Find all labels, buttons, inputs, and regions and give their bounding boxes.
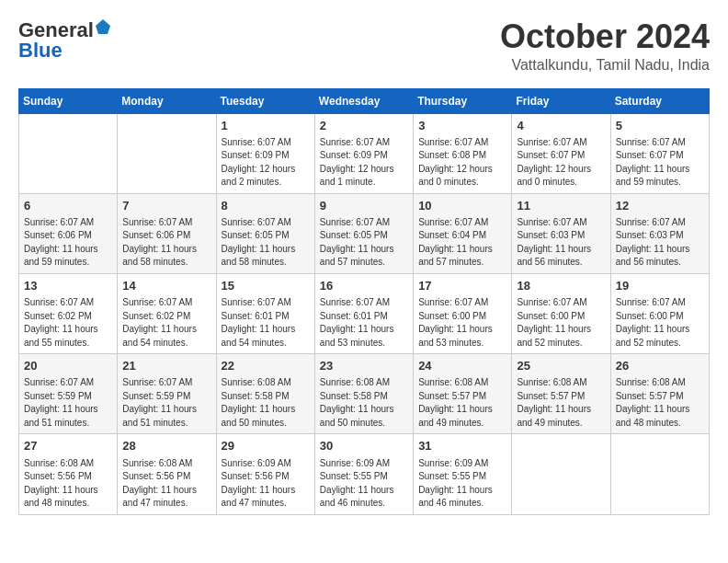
day-info: Sunrise: 6:08 AM Sunset: 5:57 PM Dayligh…: [616, 376, 704, 430]
calendar-cell: 20Sunrise: 6:07 AM Sunset: 5:59 PM Dayli…: [19, 354, 118, 434]
day-info: Sunrise: 6:09 AM Sunset: 5:55 PM Dayligh…: [418, 457, 506, 511]
day-info: Sunrise: 6:07 AM Sunset: 6:04 PM Dayligh…: [418, 216, 506, 270]
calendar-header-row: SundayMondayTuesdayWednesdayThursdayFrid…: [19, 88, 710, 113]
day-info: Sunrise: 6:07 AM Sunset: 6:05 PM Dayligh…: [222, 216, 310, 270]
calendar-cell: 5Sunrise: 6:07 AM Sunset: 6:07 PM Daylig…: [610, 113, 709, 193]
calendar-cell: [19, 113, 118, 193]
calendar-cell: 27Sunrise: 6:08 AM Sunset: 5:56 PM Dayli…: [19, 434, 118, 514]
calendar-cell: [610, 434, 709, 514]
day-number: 23: [320, 358, 408, 374]
day-info: Sunrise: 6:09 AM Sunset: 5:55 PM Dayligh…: [320, 457, 408, 511]
month-title: October 2024: [500, 18, 710, 55]
calendar-cell: 11Sunrise: 6:07 AM Sunset: 6:03 PM Dayli…: [512, 193, 610, 273]
calendar-week-row: 6Sunrise: 6:07 AM Sunset: 6:06 PM Daylig…: [19, 193, 710, 273]
day-info: Sunrise: 6:08 AM Sunset: 5:57 PM Dayligh…: [418, 376, 506, 430]
calendar-cell: 29Sunrise: 6:09 AM Sunset: 5:56 PM Dayli…: [216, 434, 314, 514]
calendar-cell: 18Sunrise: 6:07 AM Sunset: 6:00 PM Dayli…: [512, 273, 610, 353]
calendar-week-row: 1Sunrise: 6:07 AM Sunset: 6:09 PM Daylig…: [19, 113, 710, 193]
page-header: General Blue October 2024 Vattalkundu, T…: [18, 18, 710, 74]
calendar-cell: 2Sunrise: 6:07 AM Sunset: 6:09 PM Daylig…: [314, 113, 413, 193]
calendar-cell: 31Sunrise: 6:09 AM Sunset: 5:55 PM Dayli…: [414, 434, 512, 514]
day-info: Sunrise: 6:07 AM Sunset: 6:05 PM Dayligh…: [320, 216, 408, 270]
header-saturday: Saturday: [610, 88, 709, 113]
day-number: 20: [24, 358, 112, 374]
day-info: Sunrise: 6:07 AM Sunset: 6:07 PM Dayligh…: [517, 136, 605, 190]
day-number: 21: [122, 358, 210, 374]
calendar-cell: [118, 113, 216, 193]
day-info: Sunrise: 6:08 AM Sunset: 5:56 PM Dayligh…: [122, 457, 210, 511]
day-number: 5: [616, 118, 704, 134]
day-number: 6: [24, 198, 112, 214]
header-wednesday: Wednesday: [314, 88, 413, 113]
header-friday: Friday: [512, 88, 610, 113]
day-number: 27: [24, 438, 112, 454]
calendar-week-row: 27Sunrise: 6:08 AM Sunset: 5:56 PM Dayli…: [19, 434, 710, 514]
calendar-cell: 3Sunrise: 6:07 AM Sunset: 6:08 PM Daylig…: [414, 113, 512, 193]
header-thursday: Thursday: [414, 88, 512, 113]
day-number: 1: [222, 118, 310, 134]
day-info: Sunrise: 6:07 AM Sunset: 6:02 PM Dayligh…: [24, 296, 112, 350]
calendar-cell: 8Sunrise: 6:07 AM Sunset: 6:05 PM Daylig…: [216, 193, 314, 273]
day-info: Sunrise: 6:07 AM Sunset: 6:02 PM Dayligh…: [122, 296, 210, 350]
day-info: Sunrise: 6:07 AM Sunset: 6:03 PM Dayligh…: [517, 216, 605, 270]
calendar-cell: 4Sunrise: 6:07 AM Sunset: 6:07 PM Daylig…: [512, 113, 610, 193]
day-info: Sunrise: 6:07 AM Sunset: 6:09 PM Dayligh…: [320, 136, 408, 190]
day-number: 10: [418, 198, 506, 214]
day-number: 26: [616, 358, 704, 374]
day-number: 8: [222, 198, 310, 214]
calendar-cell: 25Sunrise: 6:08 AM Sunset: 5:57 PM Dayli…: [512, 354, 610, 434]
day-info: Sunrise: 6:07 AM Sunset: 6:07 PM Dayligh…: [616, 136, 704, 190]
day-number: 17: [418, 278, 506, 294]
day-info: Sunrise: 6:07 AM Sunset: 6:09 PM Dayligh…: [222, 136, 310, 190]
header-sunday: Sunday: [19, 88, 118, 113]
calendar-cell: 15Sunrise: 6:07 AM Sunset: 6:01 PM Dayli…: [216, 273, 314, 353]
calendar-cell: 30Sunrise: 6:09 AM Sunset: 5:55 PM Dayli…: [314, 434, 413, 514]
day-number: 13: [24, 278, 112, 294]
day-info: Sunrise: 6:07 AM Sunset: 6:08 PM Dayligh…: [418, 136, 506, 190]
day-number: 29: [222, 438, 310, 454]
day-number: 7: [122, 198, 210, 214]
calendar-cell: 1Sunrise: 6:07 AM Sunset: 6:09 PM Daylig…: [216, 113, 314, 193]
day-info: Sunrise: 6:07 AM Sunset: 6:00 PM Dayligh…: [616, 296, 704, 350]
day-number: 14: [122, 278, 210, 294]
title-section: October 2024 Vattalkundu, Tamil Nadu, In…: [500, 18, 710, 74]
logo-text-blue: Blue: [18, 39, 63, 63]
day-number: 11: [517, 198, 605, 214]
day-number: 25: [517, 358, 605, 374]
day-number: 22: [222, 358, 310, 374]
calendar-cell: 17Sunrise: 6:07 AM Sunset: 6:00 PM Dayli…: [414, 273, 512, 353]
calendar-cell: 10Sunrise: 6:07 AM Sunset: 6:04 PM Dayli…: [414, 193, 512, 273]
day-info: Sunrise: 6:07 AM Sunset: 6:01 PM Dayligh…: [222, 296, 310, 350]
day-number: 15: [222, 278, 310, 294]
calendar-cell: 16Sunrise: 6:07 AM Sunset: 6:01 PM Dayli…: [314, 273, 413, 353]
day-number: 30: [320, 438, 408, 454]
day-info: Sunrise: 6:07 AM Sunset: 6:03 PM Dayligh…: [616, 216, 704, 270]
day-info: Sunrise: 6:08 AM Sunset: 5:57 PM Dayligh…: [517, 376, 605, 430]
day-number: 28: [122, 438, 210, 454]
calendar-cell: 6Sunrise: 6:07 AM Sunset: 6:06 PM Daylig…: [19, 193, 118, 273]
day-info: Sunrise: 6:08 AM Sunset: 5:58 PM Dayligh…: [222, 376, 310, 430]
day-number: 31: [418, 438, 506, 454]
calendar-cell: 9Sunrise: 6:07 AM Sunset: 6:05 PM Daylig…: [314, 193, 413, 273]
day-info: Sunrise: 6:07 AM Sunset: 6:06 PM Dayligh…: [122, 216, 210, 270]
day-number: 24: [418, 358, 506, 374]
day-info: Sunrise: 6:07 AM Sunset: 6:00 PM Dayligh…: [517, 296, 605, 350]
day-number: 12: [616, 198, 704, 214]
svg-marker-0: [96, 19, 110, 34]
location: Vattalkundu, Tamil Nadu, India: [500, 57, 710, 74]
day-number: 19: [616, 278, 704, 294]
day-number: 4: [517, 118, 605, 134]
calendar-cell: 26Sunrise: 6:08 AM Sunset: 5:57 PM Dayli…: [610, 354, 709, 434]
day-info: Sunrise: 6:08 AM Sunset: 5:58 PM Dayligh…: [320, 376, 408, 430]
day-number: 9: [320, 198, 408, 214]
calendar-cell: 28Sunrise: 6:08 AM Sunset: 5:56 PM Dayli…: [118, 434, 216, 514]
day-info: Sunrise: 6:07 AM Sunset: 5:59 PM Dayligh…: [24, 376, 112, 430]
logo: General Blue: [18, 18, 111, 63]
day-info: Sunrise: 6:07 AM Sunset: 6:01 PM Dayligh…: [320, 296, 408, 350]
calendar-cell: 19Sunrise: 6:07 AM Sunset: 6:00 PM Dayli…: [610, 273, 709, 353]
day-number: 3: [418, 118, 506, 134]
calendar-cell: 12Sunrise: 6:07 AM Sunset: 6:03 PM Dayli…: [610, 193, 709, 273]
calendar-cell: 21Sunrise: 6:07 AM Sunset: 5:59 PM Dayli…: [118, 354, 216, 434]
day-number: 18: [517, 278, 605, 294]
day-info: Sunrise: 6:09 AM Sunset: 5:56 PM Dayligh…: [222, 457, 310, 511]
